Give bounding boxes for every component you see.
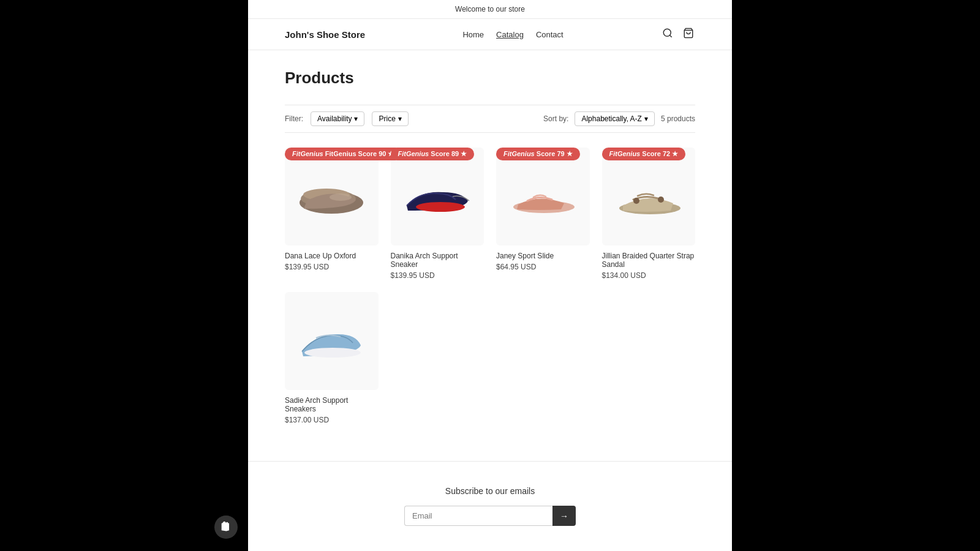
main-content: Products Filter: Availability ▾ Price ▾ …: [248, 50, 732, 461]
filter-bar: Filter: Availability ▾ Price ▾ Sort by: …: [285, 105, 695, 133]
product-image: [496, 148, 590, 246]
product-name: Janey Sport Slide: [496, 252, 590, 260]
header: John's Shoe Store Home Catalog Contact: [248, 19, 732, 50]
product-card[interactable]: Sadie Arch Support Sneakers $137.00 USD: [285, 292, 379, 424]
shoe-sneaker2-svg: [295, 317, 368, 365]
cart-button[interactable]: [682, 26, 695, 42]
nav-catalog[interactable]: Catalog: [496, 30, 524, 39]
product-card[interactable]: FitGenius FitGenius Score 90 ★ Dana Lace…: [285, 148, 379, 280]
filter-right: Sort by: Alphabetically, A-Z ▾ 5 product…: [543, 111, 695, 126]
subscribe-button[interactable]: →: [552, 506, 576, 526]
sort-label: Sort by:: [543, 114, 568, 123]
sort-dropdown[interactable]: Alphabetically, A-Z ▾: [575, 111, 655, 126]
page-title: Products: [285, 69, 695, 88]
shoe-slide-svg: [506, 172, 579, 221]
product-name: Dana Lace Up Oxford: [285, 252, 379, 260]
svg-point-10: [633, 198, 639, 204]
product-image: [285, 148, 379, 246]
product-price: $139.95 USD: [285, 263, 379, 271]
availability-filter[interactable]: Availability ▾: [311, 111, 364, 126]
shopify-badge[interactable]: [214, 515, 238, 539]
footer-subscribe: Subscribe to our emails →: [248, 461, 732, 550]
svg-point-7: [416, 202, 465, 212]
search-button[interactable]: [661, 26, 674, 42]
shoe-sandal-svg: [612, 172, 685, 221]
fitgenius-badge: FitGenius Score 72 ★: [602, 148, 686, 160]
shoe-oxford-svg: [295, 172, 368, 221]
product-image: [391, 148, 484, 246]
store-name[interactable]: John's Shoe Store: [285, 29, 365, 40]
price-filter[interactable]: Price ▾: [372, 111, 408, 126]
nav-contact[interactable]: Contact: [536, 30, 564, 39]
filter-left: Filter: Availability ▾ Price ▾: [285, 111, 409, 126]
product-price: $134.00 USD: [602, 271, 696, 280]
svg-point-6: [330, 193, 352, 201]
products-second-row: Sadie Arch Support Sneakers $137.00 USD: [285, 292, 695, 424]
svg-point-0: [663, 29, 671, 36]
product-count: 5 products: [661, 114, 695, 123]
product-card[interactable]: FitGenius Score 79 ★ Janey Sport Slide $…: [496, 148, 590, 280]
product-name: Sadie Arch Support Sneakers: [285, 396, 379, 413]
chevron-down-icon: ▾: [354, 114, 358, 123]
svg-point-11: [658, 197, 664, 203]
fitgenius-badge: FitGenius Score 89 ★: [391, 148, 475, 160]
shopify-icon: [219, 520, 233, 534]
filter-label: Filter:: [285, 114, 303, 123]
product-price: $137.00 USD: [285, 416, 379, 424]
chevron-down-icon: ▾: [644, 114, 648, 123]
product-card[interactable]: FitGenius Score 89 ★ Danika Arch Support…: [391, 148, 484, 280]
shoe-sneaker-svg: [401, 172, 474, 221]
email-input[interactable]: [404, 506, 552, 526]
product-card[interactable]: FitGenius Score 72 ★ Jillian Braided Qua…: [602, 148, 696, 280]
nav-home[interactable]: Home: [462, 30, 484, 39]
product-price: $64.95 USD: [496, 263, 590, 271]
fitgenius-badge: FitGenius Score 79 ★: [496, 148, 580, 160]
product-name: Danika Arch Support Sneaker: [391, 252, 484, 269]
product-image: [285, 292, 379, 390]
announcement-text: Welcome to our store: [455, 5, 525, 13]
announcement-bar: Welcome to our store: [248, 0, 732, 19]
svg-line-1: [669, 35, 671, 37]
subscribe-form: →: [404, 506, 576, 526]
chevron-down-icon: ▾: [398, 114, 402, 123]
product-name: Jillian Braided Quarter Strap Sandal: [602, 252, 696, 269]
header-icons: [661, 26, 695, 42]
product-price: $139.95 USD: [391, 271, 484, 280]
main-nav: Home Catalog Contact: [462, 30, 563, 39]
svg-point-12: [304, 348, 361, 358]
fitgenius-badge: FitGenius FitGenius Score 90 ★: [285, 148, 402, 160]
products-grid: FitGenius FitGenius Score 90 ★ Dana Lace…: [285, 148, 695, 280]
subscribe-title: Subscribe to our emails: [285, 486, 695, 496]
product-image: [602, 148, 696, 246]
